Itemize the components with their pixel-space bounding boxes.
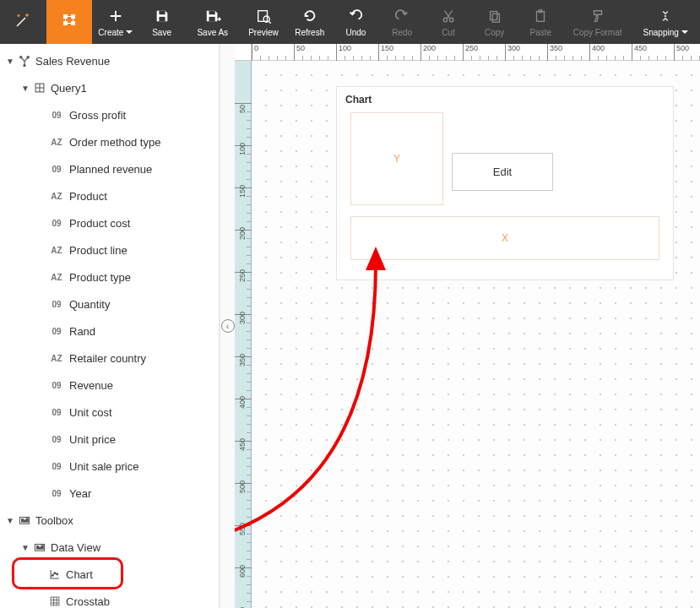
design-canvas[interactable]: 050100150200250300350400450500 501001502… — [235, 44, 700, 608]
svg-rect-27 — [39, 547, 41, 549]
tree-label: Rand — [66, 325, 95, 338]
tree-field-retailer-country[interactable]: AZRetailer country — [0, 345, 219, 372]
page-surface[interactable]: Chart Y Edit X — [252, 61, 700, 608]
tree-label: Product type — [66, 271, 131, 284]
svg-rect-32 — [51, 597, 59, 605]
svg-rect-16 — [665, 15, 666, 17]
tree-field-unit-price[interactable]: 09Unit price — [0, 426, 219, 453]
chart-drop-y[interactable]: Y — [350, 112, 443, 205]
ruler-corner — [235, 44, 252, 61]
svg-rect-0 — [63, 14, 68, 19]
chart-edit-button[interactable]: Edit — [452, 153, 553, 191]
tree-field-product-cost[interactable]: 09Product cost — [0, 209, 219, 236]
toolbox-icon — [17, 514, 32, 526]
chart-placeholder-title: Chart — [337, 87, 673, 112]
svg-rect-26 — [37, 546, 39, 550]
tree-field-unit-cost[interactable]: 09Unit cost — [0, 399, 219, 426]
tree-label: Chart — [62, 568, 93, 581]
table-icon — [32, 82, 47, 94]
datatype-badge: AZ — [47, 192, 66, 201]
svg-rect-24 — [26, 518, 28, 522]
tree-label: Revenue — [66, 379, 113, 392]
twisty-icon[interactable]: ▼ — [19, 543, 32, 552]
dataview-icon — [32, 541, 47, 553]
twisty-icon[interactable]: ▼ — [19, 84, 32, 93]
svg-rect-4 — [159, 10, 165, 14]
tree-field-gross-profit[interactable]: 09Gross profit — [0, 101, 219, 128]
toolbar-preview-button[interactable]: Preview — [241, 0, 287, 44]
datatype-badge: 09 — [47, 381, 66, 390]
tree-label: Product cost — [66, 217, 130, 230]
toolbar-copyformat-button: Copy Format — [564, 0, 632, 44]
tree-field-revenue[interactable]: 09Revenue — [0, 372, 219, 399]
datatype-badge: 09 — [47, 111, 66, 120]
chevron-left-icon: ‹ — [221, 319, 235, 333]
svg-rect-6 — [209, 10, 214, 14]
tree-label: Crosstab — [62, 595, 110, 608]
toolbar-save-button[interactable]: Save — [138, 0, 185, 44]
tree-field-product[interactable]: AZProduct — [0, 182, 219, 209]
chart-placeholder-body: Y Edit X — [350, 112, 659, 260]
datatype-badge: AZ — [47, 246, 66, 255]
tree-dataview[interactable]: ▼Data View — [0, 534, 219, 561]
svg-rect-13 — [492, 14, 499, 22]
toolbar-create-button[interactable]: Create — [92, 0, 138, 44]
crosstab-icon — [47, 595, 62, 607]
toolbar-button-label: Cut — [442, 28, 455, 37]
collapse-sidebar-handle[interactable]: ‹ — [220, 44, 235, 608]
tree-label: Year — [66, 487, 91, 500]
chart-drop-x[interactable]: X — [350, 216, 659, 260]
undo-icon — [347, 8, 364, 24]
svg-rect-12 — [490, 11, 497, 19]
tree-query1[interactable]: ▼Query1 — [0, 74, 219, 101]
tree-field-product-line[interactable]: AZProduct line — [0, 236, 219, 263]
toolbar-refresh-button[interactable]: Refresh — [286, 0, 333, 44]
svg-rect-7 — [209, 16, 214, 20]
datatype-badge: 09 — [47, 165, 66, 174]
tree-label: Unit price — [66, 433, 116, 446]
caret-down-icon — [681, 30, 688, 34]
tree-field-product-type[interactable]: AZProduct type — [0, 263, 219, 290]
datatype-badge: 09 — [47, 489, 66, 498]
tree-tool-crosstab[interactable]: Crosstab — [0, 588, 219, 608]
save-icon — [154, 8, 171, 24]
snap-icon — [657, 8, 674, 24]
chart-placeholder[interactable]: Chart Y Edit X — [336, 86, 674, 280]
datatype-badge: 09 — [47, 219, 66, 228]
plus-icon — [107, 8, 124, 24]
horizontal-ruler: 050100150200250300350400450500 — [252, 44, 700, 61]
caret-down-icon — [126, 30, 133, 34]
twisty-icon[interactable]: ▼ — [3, 57, 17, 66]
chart-icon — [47, 568, 62, 580]
svg-rect-23 — [24, 520, 25, 522]
tree-toolbox[interactable]: ▼Toolbox — [0, 507, 219, 534]
tree-field-quantity[interactable]: 09Quantity — [0, 290, 219, 318]
tree-field-planned-revenue[interactable]: 09Planned revenue — [0, 155, 219, 182]
tree-root-sales-revenue[interactable]: ▼Sales Revenue — [0, 47, 219, 74]
toolbar-copy-button: Copy — [471, 0, 518, 44]
twisty-icon[interactable]: ▼ — [3, 516, 17, 525]
toolbar-button-label: Save As — [197, 28, 228, 37]
cut-icon — [440, 8, 457, 24]
tree-field-unit-sale-price[interactable]: 09Unit sale price — [0, 453, 219, 480]
toolbar-data-button[interactable] — [46, 0, 93, 44]
copy-icon — [486, 8, 503, 24]
svg-point-18 — [27, 57, 29, 58]
toolbar-button-label: Copy Format — [573, 28, 622, 37]
tree-field-year[interactable]: 09Year — [0, 480, 219, 507]
toolbar-saveas-button[interactable]: Save As — [185, 0, 241, 44]
toolbar-snapping-button[interactable]: Snapping — [631, 0, 700, 44]
toolbar-logo-button[interactable] — [0, 0, 46, 44]
tree[interactable]: ▼Sales Revenue▼Query109Gross profitAZOrd… — [0, 44, 219, 608]
svg-point-17 — [20, 57, 22, 58]
datatype-badge: 09 — [47, 300, 66, 309]
tree-field-rand[interactable]: 09Rand — [0, 318, 219, 345]
toolbar-undo-button[interactable]: Undo — [333, 0, 379, 44]
tree-tool-chart[interactable]: Chart — [0, 561, 219, 588]
datatype-badge: 09 — [47, 327, 66, 336]
datatype-badge: 09 — [47, 435, 66, 444]
tree-label: Planned revenue — [66, 163, 152, 176]
tree-field-order-method-type[interactable]: AZOrder method type — [0, 128, 219, 155]
datatype-badge: 09 — [47, 462, 66, 471]
main-area: ▼Sales Revenue▼Query109Gross profitAZOrd… — [0, 44, 700, 608]
